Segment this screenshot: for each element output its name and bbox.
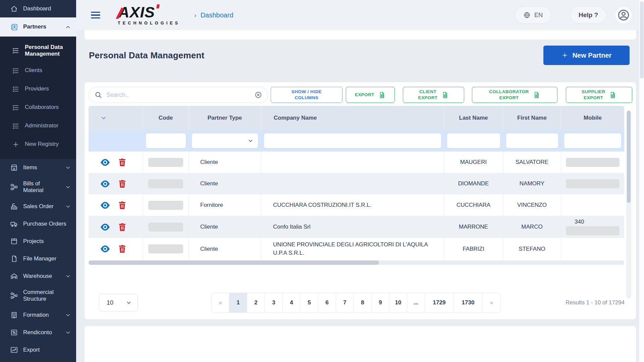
delete-row-button[interactable] bbox=[119, 159, 125, 166]
pager-last-button[interactable]: » bbox=[483, 293, 500, 312]
chevron-down-icon bbox=[65, 203, 71, 210]
sidebar-item-bills-of-material[interactable]: Bills of Material bbox=[0, 176, 76, 198]
column-header-label: Partner Type bbox=[208, 114, 242, 121]
pager-page-9[interactable]: 9 bbox=[372, 293, 389, 312]
user-avatar[interactable] bbox=[615, 7, 632, 23]
pager-page-1730[interactable]: 1730 bbox=[454, 293, 483, 312]
clear-search-icon[interactable] bbox=[254, 91, 262, 99]
code-cell bbox=[143, 194, 189, 216]
pager-page-4[interactable]: 4 bbox=[283, 293, 301, 312]
browser-scrollbar-thumb[interactable] bbox=[640, 1, 644, 78]
company-name-cell: UNIONE PROVINCIALE DEGLI AGRICOLTORI DI … bbox=[261, 238, 444, 260]
first-name-cell: MARCO bbox=[503, 216, 561, 238]
row-actions-cell bbox=[89, 238, 143, 260]
pagination-row: 10 «12345678910...17291730» Results 1 - … bbox=[85, 294, 636, 311]
sidebar-item-purchase-orders[interactable]: Purchase Orders bbox=[0, 215, 76, 233]
building-icon bbox=[10, 311, 18, 319]
view-row-button[interactable] bbox=[100, 224, 110, 231]
sidebar-item-personal-data-management[interactable]: Personal Data Management bbox=[0, 40, 76, 61]
view-row-button[interactable] bbox=[100, 245, 110, 252]
sidebar-item-projects[interactable]: Projects bbox=[0, 233, 76, 250]
show-hide-columns-button[interactable]: SHOW / HIDE COLUMNS bbox=[271, 87, 342, 103]
pager-page-5[interactable]: 5 bbox=[301, 293, 318, 312]
mobile-cell bbox=[561, 173, 624, 194]
breadcrumb-dashboard-link[interactable]: Dashboard bbox=[201, 11, 233, 19]
column-header-partner-type: Partner Type bbox=[189, 106, 261, 130]
partner-type-cell: Fornitore bbox=[189, 194, 261, 216]
sidebar-item-exports[interactable]: Exports bbox=[0, 359, 76, 362]
filter-input-first-name[interactable] bbox=[506, 133, 558, 148]
client-export-button[interactable]: CLIENT EXPORT bbox=[403, 87, 464, 103]
sidebar-item-collaborators[interactable]: Collaborators bbox=[0, 98, 76, 117]
menu-toggle-icon[interactable] bbox=[91, 12, 100, 18]
pager-ellipsis: ... bbox=[407, 293, 425, 312]
pager-page-6[interactable]: 6 bbox=[318, 293, 336, 312]
select-all-chevron-icon[interactable] bbox=[100, 114, 107, 122]
delete-row-button[interactable] bbox=[119, 201, 125, 209]
first-name-cell: VINCENZO bbox=[503, 194, 561, 216]
sidebar-item-dashboard[interactable]: Dashboard bbox=[0, 0, 76, 17]
redacted-mobile-value bbox=[566, 226, 620, 235]
filter-input-code[interactable] bbox=[146, 133, 186, 148]
pager-page-1[interactable]: 1 bbox=[229, 293, 247, 312]
sidebar-item-new-registry[interactable]: New Registry bbox=[0, 135, 76, 154]
sidebar-item-items[interactable]: Items bbox=[0, 159, 76, 176]
sidebar-item-clients[interactable]: Clients bbox=[0, 61, 76, 80]
hierarchy-icon bbox=[10, 292, 18, 300]
filter-input-company-name[interactable] bbox=[264, 133, 441, 148]
delete-row-button[interactable] bbox=[119, 180, 125, 188]
delete-row-button[interactable] bbox=[119, 245, 125, 253]
checklist-icon bbox=[12, 104, 19, 111]
pager-page-3[interactable]: 3 bbox=[265, 293, 283, 312]
collaborator-export-button[interactable]: COLLABORATOR EXPORT bbox=[472, 87, 557, 103]
excel-file-icon bbox=[441, 91, 449, 99]
help-button[interactable]: Help ? bbox=[570, 6, 606, 24]
sidebar-item-formation[interactable]: Formation bbox=[0, 306, 76, 324]
row-actions-cell bbox=[89, 173, 143, 194]
sidebar-item-warehouse[interactable]: Warehouse bbox=[0, 267, 76, 285]
trash-icon bbox=[119, 180, 125, 188]
sidebar-item-partners[interactable]: Partners bbox=[0, 17, 76, 37]
delete-row-button[interactable] bbox=[119, 223, 125, 231]
sidebar-item-sales-order[interactable]: Sales Order bbox=[0, 198, 76, 215]
filter-cell-code bbox=[143, 130, 189, 152]
sidebar-item-label: Warehouse bbox=[23, 273, 52, 280]
sidebar-item-commercial-structure[interactable]: Commercial Structure bbox=[0, 285, 76, 306]
export-button[interactable]: EXPORT bbox=[346, 87, 395, 103]
partner-type-cell: Cliente bbox=[189, 238, 261, 260]
pager-page-7[interactable]: 7 bbox=[336, 293, 354, 312]
new-partner-button[interactable]: New Partner bbox=[543, 46, 630, 65]
horizontal-scrollbar-thumb[interactable] bbox=[89, 260, 379, 265]
filter-input-mobile[interactable] bbox=[564, 133, 621, 148]
breadcrumb: › Dashboard bbox=[194, 11, 233, 19]
view-row-button[interactable] bbox=[100, 202, 110, 209]
language-button[interactable]: EN bbox=[515, 6, 551, 24]
view-row-button[interactable] bbox=[100, 159, 110, 166]
button-label: CLIENT EXPORT bbox=[418, 89, 438, 101]
pager-page-2[interactable]: 2 bbox=[247, 293, 265, 312]
pager-page-10[interactable]: 10 bbox=[389, 293, 407, 312]
sidebar-item-export[interactable]: Export bbox=[0, 341, 76, 359]
sidebar-item-providers[interactable]: Providers bbox=[0, 80, 76, 98]
sidebar-item-label: Export bbox=[23, 347, 40, 353]
excel-file-icon bbox=[378, 91, 386, 99]
pager-first-button[interactable]: « bbox=[212, 293, 229, 312]
pager-page-8[interactable]: 8 bbox=[354, 293, 372, 312]
view-row-button[interactable] bbox=[100, 180, 110, 187]
row-actions-cell bbox=[89, 216, 143, 238]
results-count: Results 1 - 10 of 17294 bbox=[566, 299, 625, 306]
sidebar-item-file-manager[interactable]: File Manager bbox=[0, 250, 76, 267]
search-input[interactable] bbox=[106, 92, 250, 99]
filter-input-last-name[interactable] bbox=[447, 133, 500, 148]
filter-select-partner-type[interactable] bbox=[192, 133, 258, 148]
table-vertical-scrollbar-thumb[interactable] bbox=[627, 111, 631, 203]
sidebar-item-rendiconto[interactable]: Rendiconto bbox=[0, 324, 76, 341]
column-header-company-name: Company Name bbox=[261, 106, 444, 130]
column-header-label: Code bbox=[159, 114, 173, 121]
page-size-select[interactable]: 10 bbox=[99, 294, 138, 311]
pager-page-1729[interactable]: 1729 bbox=[425, 293, 454, 312]
supplier-export-button[interactable]: SUPPLIER EXPORT bbox=[566, 87, 632, 103]
redacted-code-value bbox=[148, 223, 183, 232]
sidebar-item-administrator[interactable]: Administrator bbox=[0, 117, 76, 135]
topbar: AXIS TECHNOLOGIES › Dashboard EN Help ? bbox=[76, 0, 644, 30]
